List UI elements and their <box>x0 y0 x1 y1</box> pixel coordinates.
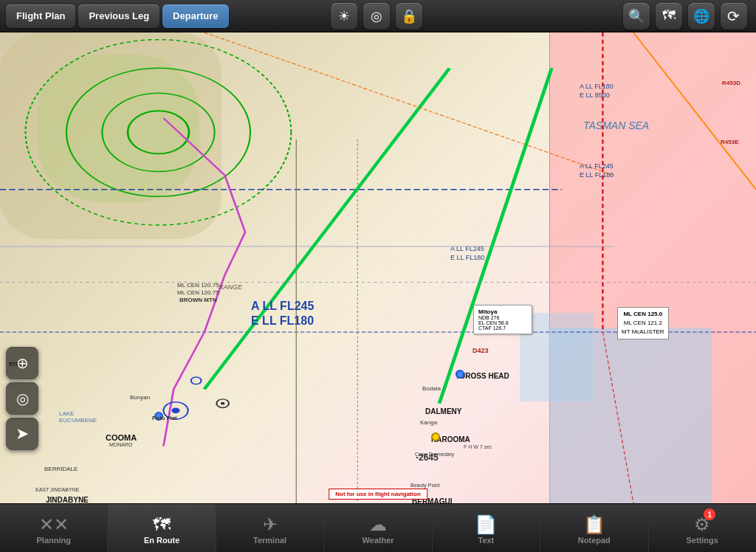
weather-icon: ☁ <box>369 516 387 534</box>
airspace-fl245-label1: A LL FL245 <box>580 162 614 170</box>
jindabyne-label: JINDABYNE <box>46 496 89 503</box>
weather-label: Weather <box>362 536 394 545</box>
flight-plan-button[interactable]: Flight Plan <box>6 4 75 28</box>
target-icon: ⊕ <box>16 354 29 372</box>
nav-enroute[interactable]: 🗺 En Route <box>108 504 216 552</box>
waypoint-alt: EL CEN 58.8 <box>478 320 527 325</box>
bunyan-label: Bunyan <box>130 394 150 401</box>
toolbar-left: Flight Plan Previous Leg Departure <box>0 4 235 28</box>
airspace-fl245-label2: A LL FL245 <box>450 245 484 252</box>
settings-label: Settings <box>687 536 718 545</box>
search-icon: 🔍 <box>628 8 645 24</box>
text-label: Text <box>478 536 494 545</box>
departure-button[interactable]: Departure <box>162 4 228 28</box>
brightness-button[interactable]: ☀ <box>331 3 357 30</box>
lock-icon: 🔒 <box>401 8 417 24</box>
notepad-label: Notepad <box>578 536 611 545</box>
svg-point-19 <box>221 402 225 405</box>
large-airspace-label: A LL FL245 <box>251 300 314 313</box>
compass-action-icon: ◎ <box>16 390 29 407</box>
airspace-fl180-label3: E LL FL180 <box>450 254 484 261</box>
dalmeny-label: DALMENY <box>425 407 461 415</box>
settings-badge: 1 <box>704 508 715 520</box>
globe-icon: 🌐 <box>693 8 709 24</box>
range-label: RANGE <box>219 283 242 291</box>
ml-cen-box: ML CEN 125.0 ML CEN 121.2 MT McALISTER <box>617 307 669 339</box>
map-container[interactable]: TASMAN SEA A LL FL180 E LL 8500 A LL FL2… <box>0 32 756 503</box>
chart-area: TASMAN SEA A LL FL180 E LL 8500 A LL FL2… <box>0 32 756 503</box>
ml-cen-125: ML CEN 125.0 <box>622 310 664 319</box>
toolbar: Flight Plan Previous Leg Departure ☀ ◎ 🔒… <box>0 0 756 32</box>
polo-flat-label: Polo Flat <box>152 415 177 421</box>
globe-button[interactable]: 🌐 <box>688 3 715 30</box>
bottom-nav: ✕✕ Planning 🗺 En Route ✈ Terminal ☁ Weat… <box>0 503 756 552</box>
nav-settings[interactable]: ⚙ Settings 1 <box>649 504 756 552</box>
svg-point-18 <box>216 399 229 408</box>
text-icon: 📄 <box>475 516 497 534</box>
nav-text[interactable]: 📄 Text <box>433 504 540 552</box>
d423-label: D423 <box>472 347 489 354</box>
compass-button[interactable]: ◎ <box>363 3 390 30</box>
monaro-label: MONARO <box>109 442 133 447</box>
svg-point-17 <box>171 407 179 413</box>
enroute-label: En Route <box>144 536 179 545</box>
not-for-navigation-notice: Not for use in flight navigation <box>329 489 427 500</box>
arrow-icon: ➤ <box>16 424 29 444</box>
nav-notepad[interactable]: 📋 Notepad <box>540 504 648 552</box>
previous-leg-button[interactable]: Previous Leg <box>78 4 159 28</box>
east-jindabyne-label: EAST JINDABYNE <box>35 487 79 492</box>
dromedary-label: Cape Dromedary <box>415 452 454 457</box>
waypoint-info-box: Mitoya NDB 276 EL CEN 58.8 CTAF 126.7 <box>473 305 532 334</box>
ml-cen-1212: ML CEN 121.2 <box>622 319 664 328</box>
berridale-label: BERRIDALE <box>44 466 78 472</box>
kanga-label: Kanga <box>420 419 437 426</box>
brown-mtn-label: BROWN MTN <box>179 297 217 303</box>
search-button[interactable]: 🔍 <box>623 3 650 30</box>
waypoint-name: Mitoya <box>478 308 527 315</box>
beauty-point-label: Beauty Point <box>410 483 440 488</box>
waypoint-ctaf: CTAF 126.7 <box>478 325 527 331</box>
tasman-sea-label: TASMAN SEA <box>583 120 649 131</box>
toolbar-center: ☀ ◎ 🔒 <box>331 3 422 30</box>
notepad-icon: 📋 <box>583 516 605 534</box>
r453d-label: R453D <box>722 80 740 86</box>
terminal-label: Terminal <box>253 536 286 545</box>
r453e-label: R453E <box>721 139 738 145</box>
waypoint-ndb: NDB 276 <box>478 315 527 320</box>
target-action-button[interactable]: ⊕ <box>6 347 38 379</box>
large-airspace-label2: E LL FL180 <box>251 314 314 328</box>
planning-label: Planning <box>36 536 70 545</box>
ml-cen-label2: ML CEN 120.75 <box>177 289 219 296</box>
svg-line-9 <box>205 68 450 389</box>
refresh-button[interactable]: ⟳ <box>721 3 747 30</box>
refresh-icon: ⟳ <box>727 7 740 25</box>
svg-point-20 <box>191 377 202 384</box>
airspace-8500-label1: E LL 8500 <box>580 92 610 99</box>
narooma-waypoint <box>431 432 440 441</box>
nav-weather[interactable]: ☁ Weather <box>324 504 432 552</box>
lake-eucumbene-label: LAKEEUCUMBENE <box>59 410 97 424</box>
airspace-fl180-label2: E LL FL180 <box>580 171 614 179</box>
map-type-button[interactable]: 🗺 <box>656 3 682 30</box>
tuross-waypoint <box>456 370 464 379</box>
brightness-icon: ☀ <box>338 8 350 24</box>
enroute-icon: 🗺 <box>153 516 171 534</box>
navigation-arrow-button[interactable]: ➤ <box>6 418 38 450</box>
ml-cen-label1: ML CEN 120.75 <box>177 282 219 289</box>
lock-button[interactable]: 🔒 <box>396 3 422 30</box>
cooma-label: COOMA <box>106 433 137 442</box>
nav-planning[interactable]: ✕✕ Planning <box>0 504 108 552</box>
nav-terminal[interactable]: ✈ Terminal <box>216 504 324 552</box>
mt-mcalister: MT McALISTER <box>622 328 664 337</box>
planning-icon: ✕✕ <box>39 516 69 534</box>
toolbar-right: 🔍 🗺 🌐 ⟳ <box>614 3 756 30</box>
terminal-icon: ✈ <box>263 516 278 534</box>
compass-action-button[interactable]: ◎ <box>6 382 38 415</box>
airspace-fl180-label1: A LL FL180 <box>580 83 614 90</box>
bodala-label: Bodala <box>422 385 441 392</box>
map-type-icon: 🗺 <box>662 8 676 24</box>
compass-icon: ◎ <box>371 8 382 24</box>
hwy-label: F H W 7 sec <box>464 444 492 449</box>
